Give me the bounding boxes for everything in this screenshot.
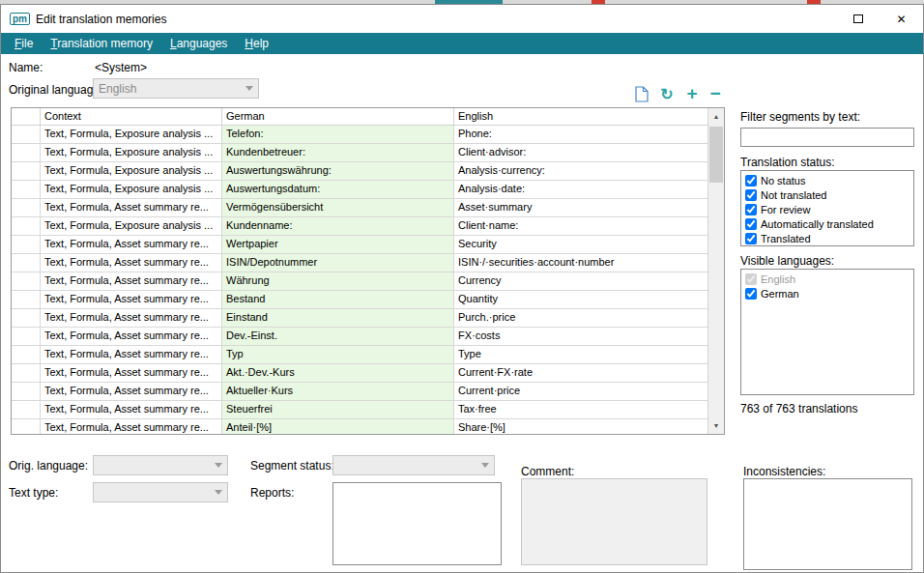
language-item-english[interactable]: English xyxy=(745,272,910,286)
english-cell[interactable]: Current·FX·rate xyxy=(454,364,707,383)
status-item-translated[interactable]: Translated xyxy=(745,231,910,245)
filter-input[interactable] xyxy=(740,128,914,147)
close-button[interactable]: ✕ xyxy=(880,5,923,33)
row-selector[interactable] xyxy=(12,217,41,236)
row-selector[interactable] xyxy=(12,364,41,383)
checkbox[interactable] xyxy=(745,189,757,201)
scroll-up-icon[interactable]: ▲ xyxy=(708,108,724,125)
context-cell[interactable]: Text, Formula, Asset summary re... xyxy=(41,254,222,272)
german-cell[interactable]: Kundenname: xyxy=(222,217,454,236)
table-row[interactable]: Text, Formula, Asset summary re...ISIN/D… xyxy=(12,254,707,272)
english-cell[interactable]: Share·[%] xyxy=(454,419,707,434)
english-cell[interactable]: Current·price xyxy=(454,383,707,401)
row-selector[interactable] xyxy=(12,346,41,364)
table-row[interactable]: Text, Formula, Asset summary re...Dev.-E… xyxy=(12,328,707,346)
menu-item-languages[interactable]: Languages xyxy=(161,33,236,54)
column-header-german[interactable]: German xyxy=(222,108,454,125)
checkbox[interactable] xyxy=(745,273,757,285)
english-cell[interactable]: Security xyxy=(454,236,707,254)
context-cell[interactable]: Text, Formula, Asset summary re... xyxy=(41,291,222,309)
checkbox[interactable] xyxy=(745,204,757,215)
maximize-button[interactable] xyxy=(836,5,880,33)
scrollbar-thumb[interactable] xyxy=(709,127,723,183)
german-cell[interactable]: Einstand xyxy=(222,309,454,328)
english-cell[interactable]: Type xyxy=(454,346,707,364)
english-cell[interactable]: Purch.·price xyxy=(454,309,707,328)
reports-list[interactable] xyxy=(332,482,502,565)
row-selector[interactable] xyxy=(12,236,41,254)
row-selector[interactable] xyxy=(12,419,41,434)
table-row[interactable]: Text, Formula, Asset summary re...Aktuel… xyxy=(12,383,707,401)
status-item-no-status[interactable]: No status xyxy=(745,173,910,187)
row-selector[interactable] xyxy=(12,254,41,272)
refresh-button[interactable]: ↻ xyxy=(656,84,678,103)
table-row[interactable]: Text, Formula, Asset summary re...Währun… xyxy=(12,272,707,291)
table-row[interactable]: Text, Formula, Exposure analysis ...Tele… xyxy=(12,126,707,144)
german-cell[interactable]: Anteil·[%] xyxy=(222,419,454,434)
german-cell[interactable]: Kundenbetreuer: xyxy=(222,144,454,162)
german-cell[interactable]: Telefon: xyxy=(222,126,454,144)
english-cell[interactable]: Client·name: xyxy=(454,217,707,236)
german-cell[interactable]: Dev.-Einst. xyxy=(222,328,454,346)
row-selector[interactable] xyxy=(12,383,41,401)
table-row[interactable]: Text, Formula, Exposure analysis ...Ausw… xyxy=(12,162,707,181)
english-cell[interactable]: Analysis·currency: xyxy=(454,162,707,181)
context-cell[interactable]: Text, Formula, Asset summary re... xyxy=(41,383,222,401)
column-header-english[interactable]: English xyxy=(454,108,707,125)
row-selector[interactable] xyxy=(12,181,41,199)
row-selector[interactable] xyxy=(12,309,41,328)
context-cell[interactable]: Text, Formula, Asset summary re... xyxy=(41,401,222,419)
title-bar[interactable]: pm Edit translation memories ✕ xyxy=(1,5,923,33)
table-row[interactable]: Text, Formula, Asset summary re...Bestan… xyxy=(12,291,707,309)
table-row[interactable]: Text, Formula, Asset summary re...Anteil… xyxy=(12,419,707,434)
german-cell[interactable]: Währung xyxy=(222,272,454,291)
table-row[interactable]: Text, Formula, Exposure analysis ...Ausw… xyxy=(12,181,707,199)
german-cell[interactable]: Typ xyxy=(222,346,454,364)
german-cell[interactable]: Vermögensübersicht xyxy=(222,199,454,217)
english-cell[interactable]: Quantity xyxy=(454,291,707,309)
english-cell[interactable]: FX·costs xyxy=(454,328,707,346)
context-cell[interactable]: Text, Formula, Asset summary re... xyxy=(41,364,222,383)
context-cell[interactable]: Text, Formula, Exposure analysis ... xyxy=(41,181,222,199)
context-cell[interactable]: Text, Formula, Asset summary re... xyxy=(41,346,222,364)
table-row[interactable]: Text, Formula, Asset summary re...Vermög… xyxy=(12,199,707,217)
table-row[interactable]: Text, Formula, Asset summary re...Wertpa… xyxy=(12,236,707,254)
row-selector[interactable] xyxy=(12,328,41,346)
row-selector[interactable] xyxy=(12,199,41,217)
table-row[interactable]: Text, Formula, Exposure analysis ...Kund… xyxy=(12,144,707,162)
menu-item-translation-memory[interactable]: Translation memory xyxy=(42,33,161,54)
english-cell[interactable]: Asset·summary xyxy=(454,199,707,217)
table-row[interactable]: Text, Formula, Asset summary re...TypTyp… xyxy=(12,346,707,364)
table-row[interactable]: Text, Formula, Asset summary re...Einsta… xyxy=(12,309,707,328)
english-cell[interactable]: Client·advisor: xyxy=(454,144,707,162)
checkbox[interactable] xyxy=(745,175,757,186)
row-selector[interactable] xyxy=(12,401,41,419)
german-cell[interactable]: Aktueller·Kurs xyxy=(222,383,454,401)
menu-item-file[interactable]: File xyxy=(6,33,42,54)
context-cell[interactable]: Text, Formula, Asset summary re... xyxy=(41,236,222,254)
context-cell[interactable]: Text, Formula, Asset summary re... xyxy=(41,272,222,291)
original-language-select[interactable]: English xyxy=(93,78,259,99)
table-row[interactable]: Text, Formula, Asset summary re...Steuer… xyxy=(12,401,707,419)
row-selector[interactable] xyxy=(12,126,41,144)
german-cell[interactable]: Bestand xyxy=(222,291,454,309)
context-cell[interactable]: Text, Formula, Asset summary re... xyxy=(41,309,222,328)
german-cell[interactable]: ISIN/Depotnummer xyxy=(222,254,454,272)
language-item-german[interactable]: German xyxy=(745,286,910,301)
english-cell[interactable]: Tax·free xyxy=(454,401,707,419)
menu-item-help[interactable]: Help xyxy=(236,33,277,54)
english-cell[interactable]: ISIN·/·securities·account·number xyxy=(454,254,707,272)
row-selector[interactable] xyxy=(12,291,41,309)
status-item-not-translated[interactable]: Not translated xyxy=(745,187,910,202)
english-cell[interactable]: Phone: xyxy=(454,126,707,144)
german-cell[interactable]: Auswertungsdatum: xyxy=(222,181,454,199)
checkbox[interactable] xyxy=(745,288,757,300)
new-entry-button[interactable] xyxy=(631,84,652,103)
orig-language-select[interactable] xyxy=(93,455,228,475)
inconsistencies-list[interactable] xyxy=(743,478,912,570)
checkbox[interactable] xyxy=(745,233,757,244)
german-cell[interactable]: Wertpapier xyxy=(222,236,454,254)
vertical-scrollbar[interactable]: ▲ ▼ xyxy=(707,108,724,434)
german-cell[interactable]: Akt.·Dev.-Kurs xyxy=(222,364,454,383)
scroll-down-icon[interactable]: ▼ xyxy=(708,417,724,434)
